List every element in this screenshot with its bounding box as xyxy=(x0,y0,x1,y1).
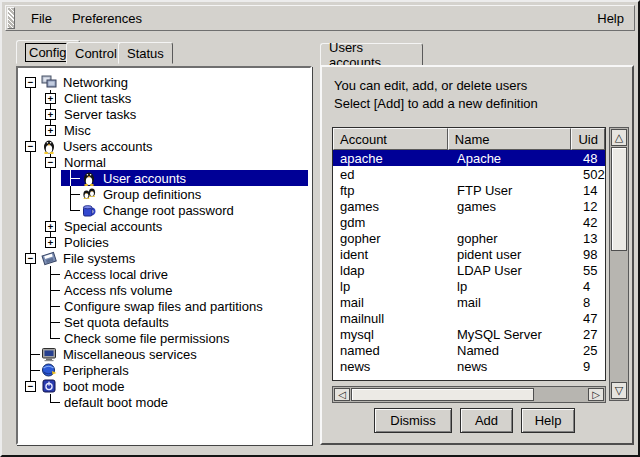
tree-item[interactable]: +Client tasks xyxy=(21,90,308,106)
tree-item[interactable]: Access local drive xyxy=(21,266,308,282)
column-header-account[interactable]: Account xyxy=(333,128,448,150)
tree-item[interactable]: Change root password xyxy=(21,202,308,218)
tree-item[interactable]: default boot mode xyxy=(21,394,308,410)
tree-item-body[interactable]: Check some file permissions xyxy=(41,330,308,346)
tree-item[interactable]: − Networking xyxy=(21,74,308,90)
tree-item-body[interactable]: Set quota defaults xyxy=(41,314,308,330)
tree-item[interactable]: Group definitions xyxy=(21,186,308,202)
horizontal-scrollbar-thumb[interactable] xyxy=(351,388,534,401)
menu-preferences[interactable]: Preferences xyxy=(62,7,152,30)
dismiss-button[interactable]: Dismiss xyxy=(374,408,452,433)
tree-item-body[interactable]: +Misc xyxy=(41,122,308,138)
table-row[interactable]: mailmail8 xyxy=(333,294,605,310)
tree-item[interactable]: Check some file permissions xyxy=(21,330,308,346)
tree-item-body[interactable]: − Networking xyxy=(21,74,308,90)
menubar-grip-icon[interactable] xyxy=(7,7,15,29)
tree-guide-line xyxy=(21,394,41,410)
expand-icon[interactable]: + xyxy=(45,93,56,104)
tree-item[interactable]: Configure swap files and partitions xyxy=(21,298,308,314)
table-row[interactable]: newsnews9 xyxy=(333,358,605,374)
tab-control-label: Control xyxy=(75,46,117,61)
table-row[interactable]: namedNamed25 xyxy=(333,342,605,358)
tree-item[interactable]: −Normal xyxy=(21,154,308,170)
tree-item-body[interactable]: Access local drive xyxy=(41,266,308,282)
table-row[interactable]: mailnull47 xyxy=(333,310,605,326)
table-row[interactable]: gamesgames12 xyxy=(333,198,605,214)
tree-item[interactable]: +Misc xyxy=(21,122,308,138)
cell-name: FTP User xyxy=(450,183,576,198)
tree-item-body[interactable]: Configure swap files and partitions xyxy=(41,298,308,314)
table-row[interactable]: identpident user98 xyxy=(333,246,605,262)
tree-item[interactable]: +Server tasks xyxy=(21,106,308,122)
tree-item[interactable]: +Policies xyxy=(21,234,308,250)
tree-item[interactable]: Set quota defaults xyxy=(21,314,308,330)
menu-file[interactable]: File xyxy=(21,7,62,30)
expand-icon[interactable]: + xyxy=(45,125,56,136)
scroll-down-icon[interactable]: ▽ xyxy=(611,382,627,399)
cell-account: ldap xyxy=(333,263,450,278)
column-header-uid[interactable]: Uid xyxy=(571,128,605,150)
scroll-left-icon[interactable]: ◁ xyxy=(334,388,350,401)
vertical-scrollbar-thumb[interactable] xyxy=(611,147,627,251)
table-row[interactable]: lplp4 xyxy=(333,278,605,294)
cell-uid: 42 xyxy=(576,215,605,230)
tree-item-body[interactable]: −Normal xyxy=(41,154,308,170)
tree-guide-line xyxy=(21,234,41,250)
tree-item[interactable]: Peripherals xyxy=(21,362,308,378)
expand-icon[interactable]: + xyxy=(45,109,56,120)
collapse-icon[interactable]: − xyxy=(25,253,36,264)
tree-item-body[interactable]: User accounts xyxy=(61,170,308,186)
menu-help[interactable]: Help xyxy=(587,7,634,30)
tree-item[interactable]: Miscellaneous services xyxy=(21,346,308,362)
tree-item-body[interactable]: Change root password xyxy=(61,202,308,218)
tree-item-body[interactable]: Access nfs volume xyxy=(41,282,308,298)
table-row[interactable]: gophergopher13 xyxy=(333,230,605,246)
expand-icon[interactable]: + xyxy=(45,237,56,248)
tree-guide-line xyxy=(21,90,41,106)
expand-icon[interactable]: + xyxy=(45,221,56,232)
accounts-table-header: Account Name Uid xyxy=(333,128,605,150)
collapse-icon[interactable]: − xyxy=(25,381,36,392)
cell-account: named xyxy=(333,343,450,358)
table-row[interactable]: ed502 xyxy=(333,166,605,182)
table-row[interactable]: apacheApache48 xyxy=(333,150,605,166)
add-button[interactable]: Add xyxy=(460,408,513,433)
scroll-right-icon[interactable]: ▷ xyxy=(588,388,604,401)
tree-item-body[interactable]: − Users accounts xyxy=(21,138,308,154)
tree-item-body[interactable]: − boot mode xyxy=(21,378,308,394)
scroll-up-icon[interactable]: △ xyxy=(611,129,627,146)
table-row[interactable]: ftpFTP User14 xyxy=(333,182,605,198)
tree-item[interactable]: − Users accounts xyxy=(21,138,308,154)
help-button[interactable]: Help xyxy=(521,408,575,433)
tree-item-body[interactable]: +Special accounts xyxy=(41,218,308,234)
tab-control[interactable]: Control xyxy=(66,42,126,64)
vertical-scrollbar[interactable]: △ ▽ xyxy=(609,127,629,401)
horizontal-scrollbar[interactable]: ◁ ▷ xyxy=(332,386,606,403)
tree-item[interactable]: − File systems xyxy=(21,250,308,266)
tab-users-accounts[interactable]: Users accounts xyxy=(320,43,423,66)
table-row[interactable]: ldapLDAP User55 xyxy=(333,262,605,278)
tree-item[interactable]: − boot mode xyxy=(21,378,308,394)
tree-item-body[interactable]: Group definitions xyxy=(61,186,308,202)
tree-item[interactable]: User accounts xyxy=(21,170,308,186)
tree-item-body[interactable]: +Policies xyxy=(41,234,308,250)
collapse-icon[interactable]: − xyxy=(45,157,56,168)
table-row[interactable]: mysqlMySQL Server27 xyxy=(333,326,605,342)
tree-item[interactable]: Access nfs volume xyxy=(21,282,308,298)
table-row[interactable]: gdm42 xyxy=(333,214,605,230)
cell-account: gdm xyxy=(333,215,450,230)
tree-item-body[interactable]: Peripherals xyxy=(21,362,308,378)
collapse-icon[interactable]: − xyxy=(25,77,36,88)
tree-item-body[interactable]: − File systems xyxy=(21,250,308,266)
column-header-name[interactable]: Name xyxy=(448,128,572,150)
cell-uid: 9 xyxy=(576,359,605,374)
tree-expander-cell: + xyxy=(41,122,61,138)
tree-item-body[interactable]: Miscellaneous services xyxy=(21,346,308,362)
tree-item[interactable]: +Special accounts xyxy=(21,218,308,234)
tree-item-body[interactable]: +Server tasks xyxy=(41,106,308,122)
tree-item-body[interactable]: +Client tasks xyxy=(41,90,308,106)
tab-status[interactable]: Status xyxy=(118,42,173,64)
collapse-icon[interactable]: − xyxy=(25,141,36,152)
tree-item-body[interactable]: default boot mode xyxy=(41,394,308,410)
tree-expander-cell: − xyxy=(21,378,41,394)
